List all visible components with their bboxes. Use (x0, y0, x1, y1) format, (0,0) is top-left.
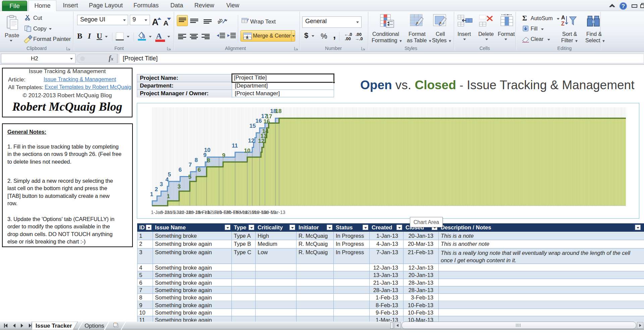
svg-text:→.0: →.0 (355, 36, 363, 41)
svg-text:3: 3 (160, 181, 163, 187)
svg-text:7: 7 (189, 162, 192, 168)
svg-text:12: 12 (248, 137, 255, 144)
svg-text:Issue Tracker: Issue Tracker (36, 323, 72, 329)
svg-text:18: 18 (275, 108, 282, 114)
svg-text:1: 1 (167, 193, 170, 200)
svg-text:Options: Options (85, 323, 104, 329)
svg-text:5: 5 (188, 174, 191, 180)
svg-text:5: 5 (168, 171, 171, 178)
svg-text:ab: ab (217, 17, 224, 25)
svg-text:2: 2 (155, 186, 158, 192)
svg-text:10: 10 (244, 148, 251, 154)
svg-text:.00: .00 (345, 36, 351, 41)
svg-text:1: 1 (150, 191, 153, 198)
svg-text:10: 10 (204, 147, 211, 153)
svg-text:?: ? (622, 3, 625, 9)
svg-text:9: 9 (222, 152, 225, 159)
svg-text:Z: Z (561, 21, 565, 26)
svg-text:8: 8 (195, 157, 198, 163)
svg-text:A: A (561, 15, 565, 20)
svg-text:15: 15 (250, 123, 256, 129)
svg-text:17: 17 (266, 113, 272, 120)
svg-text:26-Mar-13: 26-Mar-13 (264, 210, 285, 215)
svg-text:6: 6 (198, 167, 201, 173)
svg-text:11: 11 (232, 143, 238, 149)
svg-text:14: 14 (262, 128, 269, 134)
svg-text:8: 8 (207, 157, 210, 164)
svg-text:3: 3 (177, 183, 180, 190)
svg-text:a: a (246, 35, 249, 40)
svg-text:6: 6 (178, 167, 181, 173)
